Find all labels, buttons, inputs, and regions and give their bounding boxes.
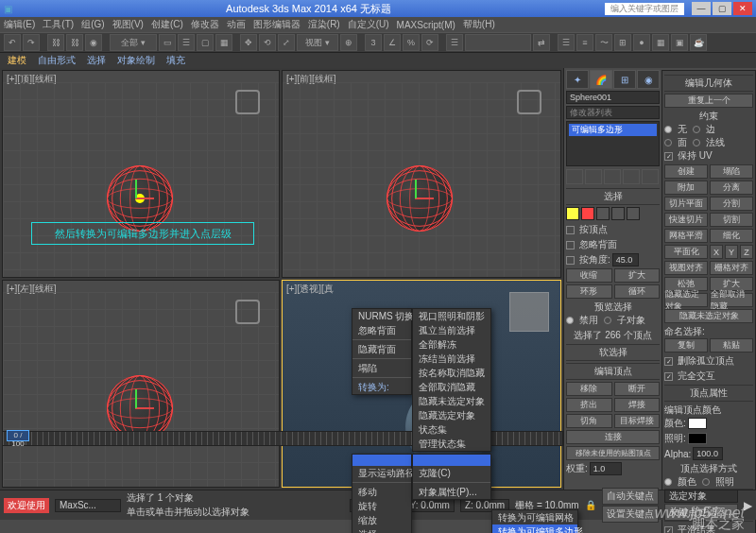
modifier-stack[interactable]: 可编辑多边形 [566, 121, 660, 166]
shrink-button[interactable]: 收缩 [566, 268, 612, 283]
viewcube[interactable] [509, 292, 549, 332]
ctx-ignore-back[interactable]: 忽略背面 [352, 323, 411, 337]
time-slider[interactable]: 0 / 100 [7, 430, 29, 441]
snap-button[interactable]: 3 [365, 34, 382, 51]
viewport-top[interactable]: [+][顶][线框] 然后转换为可编辑多边形并进入点层级 [2, 70, 280, 278]
planarize-button[interactable]: 平面化 [664, 245, 708, 259]
show-end-button[interactable] [585, 169, 602, 184]
viewalign-button[interactable]: 视图对齐 [664, 261, 708, 275]
viewport-label[interactable]: [+][透视][真 [286, 283, 334, 296]
menu-edit[interactable]: 编辑(E) [4, 18, 35, 31]
msmooth-button[interactable]: 网格平滑 [664, 229, 708, 243]
play-button[interactable]: ▶ [744, 499, 752, 512]
paste-button[interactable]: 粘贴 [710, 338, 753, 352]
render-setup-button[interactable]: ▦ [652, 34, 669, 51]
maxscript-field[interactable]: MaxSc... [55, 499, 121, 512]
split-button[interactable]: 分割 [710, 197, 753, 211]
preserve-uv-check[interactable] [664, 152, 673, 161]
grow-button[interactable]: 扩大 [614, 268, 661, 283]
ctx-rotate[interactable]: 旋转 [352, 499, 411, 513]
configure-button[interactable] [642, 169, 659, 184]
ctx-item[interactable]: 对象属性(P)... [413, 485, 490, 499]
viewcube-icon[interactable] [517, 90, 541, 114]
tab-create-icon[interactable]: ✦ [566, 70, 589, 89]
gizmo-icon[interactable] [405, 184, 434, 213]
create-button[interactable]: 创建 [664, 164, 708, 179]
move-button[interactable]: ✥ [240, 34, 257, 51]
loop-button[interactable]: 循环 [614, 284, 661, 299]
rollout-edit-verts[interactable]: 编辑顶点 [566, 363, 660, 380]
maximize-button[interactable]: ▢ [713, 2, 731, 15]
ctx-item[interactable]: 全部取消隐藏 [413, 380, 490, 394]
tab-paint[interactable]: 对象绘制 [117, 54, 155, 67]
schematic-button[interactable]: ⊞ [614, 34, 631, 51]
ctx-convert-to[interactable]: 转换为: [352, 380, 411, 394]
pin-stack-button[interactable] [566, 169, 583, 184]
select-filter[interactable]: 全部 ▾ [110, 34, 157, 51]
viewport-left[interactable]: [+][左][线框] [2, 280, 280, 488]
redo-button[interactable]: ↷ [23, 34, 40, 51]
gizmo-icon[interactable] [126, 394, 154, 422]
ctx-item[interactable]: 孤立当前选择 [413, 323, 490, 337]
viewcube-icon[interactable] [235, 90, 260, 114]
select-button[interactable]: ▭ [159, 34, 176, 51]
edge-mode-button[interactable] [581, 207, 594, 220]
ctx-item[interactable]: 显示运动路径 [352, 466, 411, 480]
layers-button[interactable]: ≡ [576, 34, 593, 51]
ctx-item[interactable]: 克隆(C) [413, 466, 490, 480]
ctx-move[interactable]: 移动 [352, 485, 411, 499]
rollout-edit-geo[interactable]: 编辑几何体 [664, 75, 753, 92]
lock-icon[interactable]: 🔒 [585, 500, 596, 510]
hide-sel-button[interactable]: 隐藏选定对象 [664, 293, 708, 307]
quickslice-button[interactable]: 快速切片 [664, 213, 708, 227]
rotate-button[interactable]: ⟲ [259, 34, 276, 51]
ctx-item[interactable]: 按名称取消隐藏 [413, 366, 490, 380]
material-button[interactable]: ● [633, 34, 650, 51]
angle-snap-button[interactable]: ∠ [384, 34, 401, 51]
unique-button[interactable] [604, 169, 621, 184]
vertex-mode-button[interactable] [566, 207, 579, 220]
copy-button[interactable]: 复制 [664, 338, 708, 352]
named-sel-field[interactable] [465, 34, 531, 51]
curve-editor-button[interactable]: 〜 [595, 34, 612, 51]
tab-motion-icon[interactable]: ◉ [637, 70, 660, 89]
ctx-select[interactable]: 选择 [352, 527, 411, 533]
tab-freeform[interactable]: 自由形式 [38, 54, 76, 67]
undo-button[interactable]: ↶ [4, 34, 21, 51]
viewcube-icon[interactable] [235, 300, 260, 324]
spinner-snap-button[interactable]: ⟳ [421, 34, 438, 51]
ctx-item[interactable]: 视口照明和阴影 [413, 309, 490, 323]
menu-view[interactable]: 视图(V) [112, 18, 144, 31]
modifier-list[interactable]: 修改器列表 [566, 106, 660, 119]
pivot-button[interactable]: ⊕ [340, 34, 357, 51]
remove-unused-button[interactable]: 移除未使用的贴图顶点 [566, 446, 660, 460]
tess-button[interactable]: 细化 [710, 229, 753, 243]
tab-modeling[interactable]: 建模 [8, 54, 26, 67]
color-swatch[interactable] [688, 418, 707, 429]
rollout-softsel[interactable]: 软选择 [566, 344, 660, 361]
element-mode-button[interactable] [627, 207, 640, 220]
percent-snap-button[interactable]: % [403, 34, 420, 51]
menu-customize[interactable]: 自定义(U) [348, 18, 389, 31]
detach-button[interactable]: 分离 [710, 181, 753, 195]
ring-button[interactable]: 环形 [566, 284, 612, 299]
gizmo-icon[interactable] [126, 184, 154, 213]
collapse-button[interactable]: 塌陷 [710, 164, 753, 179]
weld-button[interactable]: 焊接 [614, 398, 661, 412]
hide-unsel-button[interactable]: 隐藏未选定对象 [664, 309, 753, 323]
menu-graph[interactable]: 图形编辑器 [253, 18, 301, 31]
select-name-button[interactable]: ☰ [178, 34, 195, 51]
ctx-item[interactable]: 状态集 [413, 422, 490, 437]
gridalign-button[interactable]: 栅格对齐 [710, 261, 753, 275]
key-target[interactable]: 选定对象 [664, 490, 738, 503]
menu-render[interactable]: 渲染(R) [308, 18, 340, 31]
angle-field[interactable]: 45.0 [612, 253, 639, 266]
break-button[interactable]: 断开 [614, 382, 661, 396]
target-weld-button[interactable]: 目标焊接 [614, 414, 661, 428]
remove-button[interactable]: 移除 [566, 382, 612, 396]
menu-group[interactable]: 组(G) [81, 18, 104, 31]
bind-button[interactable]: ◉ [85, 34, 102, 51]
viewport-front[interactable]: [+][前][线框] [282, 70, 561, 278]
scale-button[interactable]: ⤢ [278, 34, 295, 51]
align-button[interactable]: ☰ [558, 34, 575, 51]
